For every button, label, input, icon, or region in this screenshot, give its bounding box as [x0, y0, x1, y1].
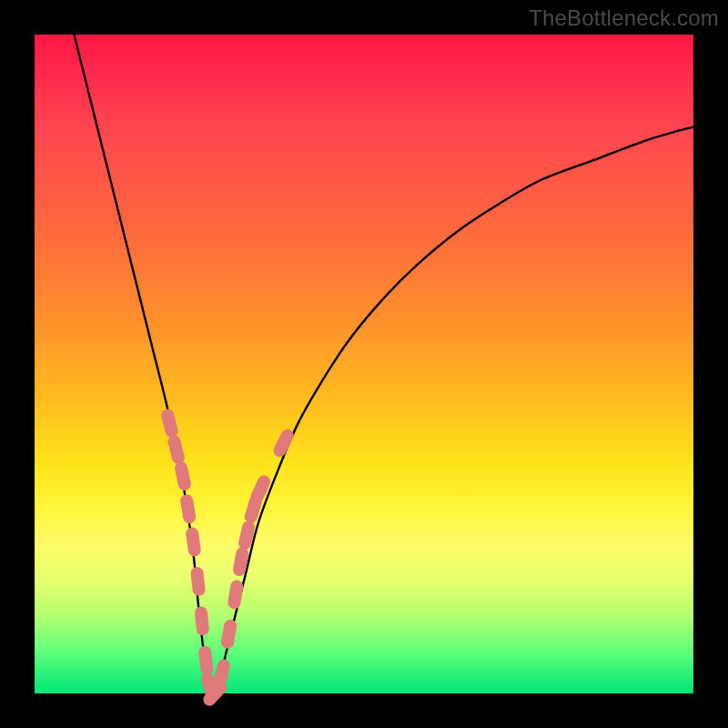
marker-capsule [205, 652, 207, 669]
marker-capsule [201, 612, 203, 629]
bottleneck-curve [74, 35, 693, 694]
marker-capsule [181, 468, 185, 484]
marker-capsule [258, 481, 265, 496]
chart-frame: TheBottleneck.com [0, 0, 728, 728]
plot-area [35, 35, 693, 693]
marker-capsule [197, 573, 199, 590]
marker-capsule [220, 666, 224, 682]
marker-capsule [192, 534, 194, 551]
marker-capsule [228, 626, 230, 642]
watermark-text: TheBottleneck.com [529, 5, 719, 31]
curve-markers [167, 415, 287, 699]
marker-capsule [174, 441, 177, 457]
marker-capsule [234, 587, 237, 603]
marker-capsule [251, 501, 256, 517]
curve-svg [35, 35, 693, 693]
marker-capsule [187, 500, 189, 517]
marker-capsule [239, 553, 242, 570]
marker-capsule [245, 527, 248, 543]
marker-capsule [209, 687, 220, 699]
marker-capsule [167, 415, 171, 430]
marker-capsule [280, 436, 288, 450]
